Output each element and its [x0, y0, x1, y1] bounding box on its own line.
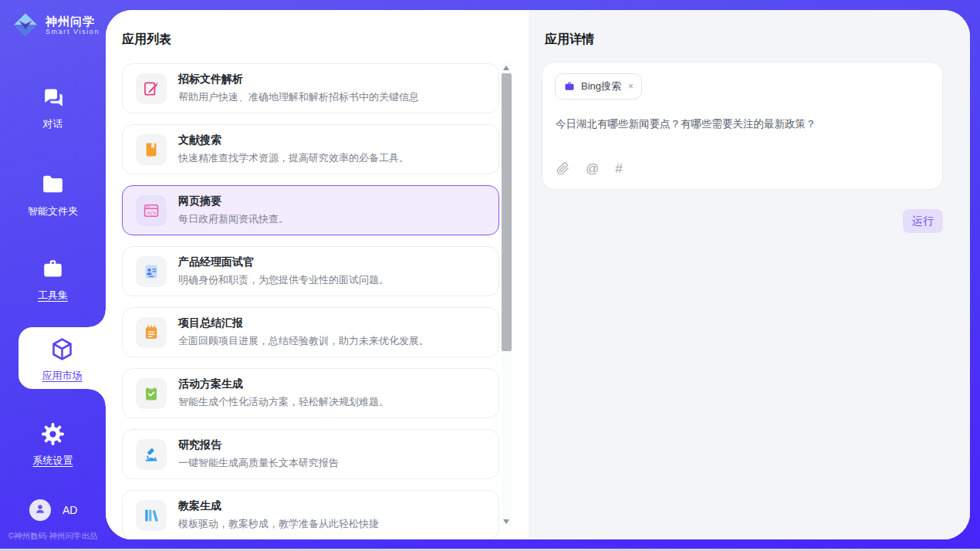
sidebar: 神州问学 Smart Vision 对话智能文件夹工具集应用市场系统设置 AD … — [0, 0, 106, 549]
books-icon — [143, 507, 160, 524]
sidebar-item-chat[interactable]: 对话 — [0, 77, 106, 131]
close-icon[interactable]: × — [628, 81, 634, 92]
sidebar-item-folder[interactable]: 智能文件夹 — [0, 164, 106, 218]
paperclip-icon[interactable] — [556, 162, 569, 175]
sidebar-item-label: 工具集 — [38, 289, 68, 303]
app-card-desc: 明确身份和职责，为您提供专业性的面试问题。 — [178, 273, 389, 287]
scrollbar-thumb[interactable] — [502, 73, 512, 351]
app-card-icon-tile — [136, 317, 167, 348]
brand-subtitle: Smart Vision — [46, 28, 100, 35]
svg-text:</>: </> — [147, 209, 157, 215]
toolbox-icon — [40, 256, 66, 282]
app-card[interactable]: 活动方案生成智能生成个性化活动方案，轻松解决规划难题。 — [122, 368, 499, 418]
scrollbar-up-arrow-icon[interactable] — [503, 66, 509, 70]
app-card-title: 项目总结汇报 — [178, 316, 429, 330]
pen-icon — [143, 80, 160, 97]
app-list-title: 应用列表 — [122, 32, 171, 48]
briefcase-icon — [563, 80, 576, 93]
app-card-title: 研究报告 — [178, 438, 339, 452]
sidebar-item-label: 对话 — [43, 117, 63, 131]
query-text[interactable]: 今日湖北有哪些新闻要点？有哪些需要关注的最新政策？ — [556, 117, 927, 131]
app-card-icon-tile — [136, 500, 167, 531]
folder-icon — [40, 172, 66, 198]
content-panel: 应用列表 招标文件解析帮助用户快速、准确地理解和解析招标书中的关键信息文献搜索快… — [106, 10, 970, 539]
scrollbar — [502, 63, 512, 526]
brand-name: 神州问学 — [46, 15, 100, 28]
app-card-desc: 模板驱动，教案秒成，教学准备从此轻松快捷 — [178, 517, 379, 531]
app-card-title: 产品经理面试官 — [178, 255, 389, 269]
prompt-input[interactable]: Bing搜索 × 今日湖北有哪些新闻要点？有哪些需要关注的最新政策？ @# — [542, 62, 943, 190]
app-card-desc: 一键智能生成高质量长文本研究报告 — [178, 456, 339, 470]
app-card-icon-tile — [136, 439, 167, 470]
app-card-desc: 帮助用户快速、准确地理解和解析招标书中的关键信息 — [178, 90, 419, 104]
user-name: AD — [63, 504, 77, 516]
sidebar-item-gear[interactable]: 系统设置 — [0, 414, 106, 468]
attach-toolbar: @# — [556, 162, 623, 175]
copyright-footer: ©神州数码·神州问学出品 — [0, 531, 106, 542]
app-list-panel: 应用列表 招标文件解析帮助用户快速、准确地理解和解析招标书中的关键信息文献搜索快… — [106, 10, 529, 539]
app-card[interactable]: </>网页摘要每日政府新闻资讯快查。 — [122, 185, 499, 235]
sidebar-item-label: 系统设置 — [33, 454, 73, 468]
notepad-icon — [143, 324, 160, 341]
app-card[interactable]: 产品经理面试官明确身份和职责，为您提供专业性的面试问题。 — [122, 246, 499, 296]
run-button[interactable]: 运行 — [903, 209, 943, 233]
cube-icon — [49, 336, 75, 362]
app-card-icon-tile — [136, 134, 167, 165]
app-card-title: 网页摘要 — [178, 194, 289, 208]
gear-icon — [40, 421, 66, 447]
app-card-desc: 全面回顾项目进展，总结经验教训，助力未来优化发展。 — [178, 334, 429, 348]
app-card-title: 文献搜索 — [178, 134, 409, 147]
clipboard-icon — [143, 385, 160, 402]
app-card-desc: 快速精准查找学术资源，提高研究效率的必备工具。 — [178, 151, 409, 165]
hash-icon[interactable]: # — [615, 162, 622, 175]
chat-icon — [40, 85, 66, 110]
tool-chip-bing-search[interactable]: Bing搜索 × — [555, 73, 642, 100]
sidebar-item-cube[interactable]: 应用市场 — [19, 327, 106, 389]
app-card[interactable]: 招标文件解析帮助用户快速、准确地理解和解析招标书中的关键信息 — [122, 63, 499, 113]
at-icon[interactable]: @ — [586, 162, 599, 175]
app-detail-panel: 应用详情 Bing搜索 × 今日湖北有哪些新闻要点？有哪些需要关注的最新政策？ … — [529, 10, 970, 539]
user-avatar-icon — [33, 502, 47, 519]
app-card-icon-tile: </> — [136, 195, 167, 226]
sidebar-item-label: 应用市场 — [42, 369, 83, 383]
diamond-logo-icon — [11, 10, 40, 39]
app-card-icon-tile — [136, 73, 167, 104]
browser-icon: </> — [143, 202, 160, 219]
app-card-icon-tile — [136, 256, 167, 287]
app-card-list: 招标文件解析帮助用户快速、准确地理解和解析招标书中的关键信息文献搜索快速精准查找… — [122, 63, 499, 539]
microscope-icon — [143, 446, 160, 463]
avatar — [29, 499, 51, 521]
app-card-icon-tile — [136, 378, 167, 409]
app-card-desc: 智能生成个性化活动方案，轻松解决规划难题。 — [178, 395, 389, 409]
sidebar-item-toolbox[interactable]: 工具集 — [0, 248, 106, 303]
app-card[interactable]: 文献搜索快速精准查找学术资源，提高研究效率的必备工具。 — [122, 124, 499, 174]
app-card[interactable]: 项目总结汇报全面回顾项目进展，总结经验教训，助力未来优化发展。 — [122, 307, 499, 357]
scrollbar-down-arrow-icon[interactable] — [503, 519, 509, 524]
brand-logo[interactable]: 神州问学 Smart Vision — [11, 10, 100, 39]
user-account[interactable]: AD — [29, 499, 77, 521]
app-card[interactable]: 研究报告一键智能生成高质量长文本研究报告 — [122, 429, 499, 479]
app-card-title: 教案生成 — [178, 499, 379, 513]
sidebar-item-label: 智能文件夹 — [28, 205, 78, 218]
app-card-title: 活动方案生成 — [178, 377, 389, 391]
book-icon — [143, 141, 160, 158]
tool-chip-label: Bing搜索 — [581, 79, 621, 93]
app-card-title: 招标文件解析 — [178, 73, 419, 86]
app-card-desc: 每日政府新闻资讯快查。 — [178, 212, 289, 226]
app-card[interactable]: 教案生成模板驱动，教案秒成，教学准备从此轻松快捷 — [122, 490, 499, 539]
interview-icon — [143, 263, 160, 280]
app-detail-title: 应用详情 — [545, 32, 594, 48]
